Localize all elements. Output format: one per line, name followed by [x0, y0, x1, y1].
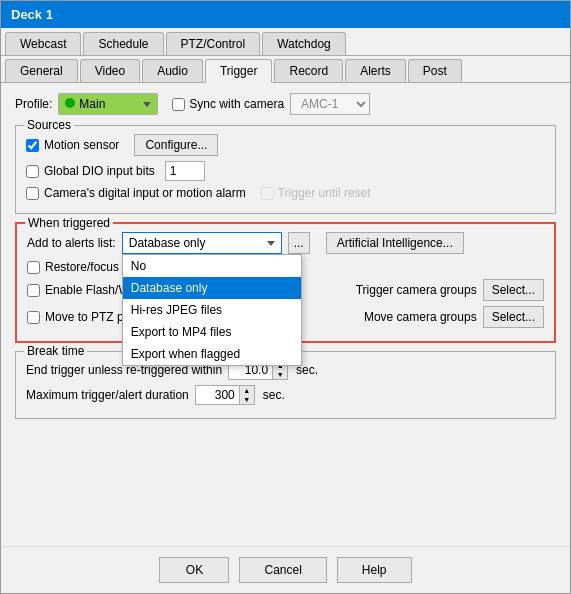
alerts-dropdown-arrow-icon	[267, 241, 275, 246]
tab-general[interactable]: General	[5, 59, 78, 82]
window-title: Deck 1	[11, 7, 53, 22]
configure-button[interactable]: Configure...	[134, 134, 218, 156]
motion-sensor-row: Motion sensor Configure...	[26, 134, 545, 156]
trigger-until-reset-row: Trigger until reset	[261, 186, 371, 200]
alerts-row: Add to alerts list: Database only No Dat…	[27, 232, 544, 254]
tab-row-1: Webcast Schedule PTZ/Control Watchdog	[1, 28, 570, 56]
profile-label: Profile:	[15, 97, 52, 111]
move-ptz-checkbox[interactable]	[27, 311, 40, 324]
sync-check: Sync with camera	[172, 97, 284, 111]
footer-buttons: OK Cancel Help	[1, 546, 570, 593]
global-dio-row: Global DIO input bits	[26, 161, 545, 181]
dropdown-item-database-only[interactable]: Database only	[123, 277, 301, 299]
ai-button[interactable]: Artificial Intelligence...	[326, 232, 464, 254]
tab-watchdog[interactable]: Watchdog	[262, 32, 346, 55]
alerts-dropdown[interactable]: Database only	[122, 232, 282, 254]
camera-digital-row: Camera's digital input or motion alarm T…	[26, 186, 545, 200]
profile-row: Profile: Main Sync with camera AMC-1	[15, 93, 556, 115]
sources-group: Sources Motion sensor Configure... Globa…	[15, 125, 556, 214]
add-to-alerts-label: Add to alerts list:	[27, 236, 116, 250]
profile-indicator	[65, 98, 75, 108]
trigger-until-reset-checkbox	[261, 187, 274, 200]
tab-video[interactable]: Video	[80, 59, 140, 82]
trigger-camera-groups-select-button[interactable]: Select...	[483, 279, 544, 301]
tab-webcast[interactable]: Webcast	[5, 32, 81, 55]
global-dio-input[interactable]	[165, 161, 205, 181]
trigger-camera-groups-section: Trigger camera groups Select...	[356, 279, 544, 301]
camera-digital-label: Camera's digital input or motion alarm	[44, 186, 246, 200]
move-camera-groups-section: Move camera groups Select...	[364, 306, 544, 328]
sync-with-camera-label: Sync with camera	[189, 97, 284, 111]
move-camera-groups-label: Move camera groups	[364, 310, 477, 324]
dropdown-item-export-mp4[interactable]: Export to MP4 files	[123, 321, 301, 343]
sync-with-camera-checkbox[interactable]	[172, 98, 185, 111]
tab-row-2: General Video Audio Trigger Record Alert…	[1, 56, 570, 83]
dropdown-item-no[interactable]: No	[123, 255, 301, 277]
global-dio-checkbox[interactable]	[26, 165, 39, 178]
main-window: Deck 1 Webcast Schedule PTZ/Control Watc…	[0, 0, 571, 594]
max-duration-sec-label: sec.	[263, 388, 285, 402]
content-area: Profile: Main Sync with camera AMC-1 Sou…	[1, 83, 570, 546]
profile-value: Main	[79, 97, 105, 111]
tab-trigger[interactable]: Trigger	[205, 59, 273, 83]
tab-alerts[interactable]: Alerts	[345, 59, 406, 82]
tab-ptz-control[interactable]: PTZ/Control	[166, 32, 261, 55]
enable-flash-checkbox[interactable]	[27, 284, 40, 297]
when-triggered-group: When triggered Add to alerts list: Datab…	[15, 222, 556, 343]
trigger-until-reset-label: Trigger until reset	[278, 186, 371, 200]
profile-dropdown-arrow-icon	[143, 102, 151, 107]
camera-digital-checkbox[interactable]	[26, 187, 39, 200]
alerts-dropdown-menu: No Database only Hi-res JPEG files Expor…	[122, 254, 302, 366]
move-camera-groups-select-button[interactable]: Select...	[483, 306, 544, 328]
max-duration-row: Maximum trigger/alert duration ▲ ▼ sec.	[26, 385, 545, 405]
dropdown-item-export-flagged[interactable]: Export when flagged	[123, 343, 301, 365]
max-duration-up-arrow[interactable]: ▲	[240, 386, 254, 395]
cancel-button[interactable]: Cancel	[239, 557, 326, 583]
help-button[interactable]: Help	[337, 557, 412, 583]
end-trigger-down-arrow[interactable]: ▼	[273, 370, 287, 379]
max-duration-spinner: ▲ ▼	[195, 385, 255, 405]
tab-audio[interactable]: Audio	[142, 59, 203, 82]
dropdown-item-hires-jpeg[interactable]: Hi-res JPEG files	[123, 299, 301, 321]
break-time-label: Break time	[24, 344, 87, 358]
global-dio-label: Global DIO input bits	[44, 164, 155, 178]
motion-sensor-checkbox[interactable]	[26, 139, 39, 152]
tab-record[interactable]: Record	[274, 59, 343, 82]
restore-focus-checkbox[interactable]	[27, 261, 40, 274]
alerts-dropdown-container: Database only No Database only Hi-res JP…	[122, 232, 282, 254]
trigger-camera-groups-label: Trigger camera groups	[356, 283, 477, 297]
ok-button[interactable]: OK	[159, 557, 229, 583]
max-duration-arrows: ▲ ▼	[240, 385, 255, 405]
tab-schedule[interactable]: Schedule	[83, 32, 163, 55]
max-duration-label: Maximum trigger/alert duration	[26, 388, 189, 402]
sources-label: Sources	[24, 118, 74, 132]
alerts-dropdown-value: Database only	[129, 236, 206, 250]
ellipsis-button[interactable]: ...	[288, 232, 310, 254]
when-triggered-label: When triggered	[25, 216, 113, 230]
max-duration-down-arrow[interactable]: ▼	[240, 395, 254, 404]
title-bar: Deck 1	[1, 1, 570, 28]
max-duration-input[interactable]	[195, 385, 240, 405]
amc-dropdown[interactable]: AMC-1	[290, 93, 370, 115]
profile-dropdown[interactable]: Main	[58, 93, 158, 115]
motion-sensor-label: Motion sensor	[44, 138, 119, 152]
tab-post[interactable]: Post	[408, 59, 462, 82]
